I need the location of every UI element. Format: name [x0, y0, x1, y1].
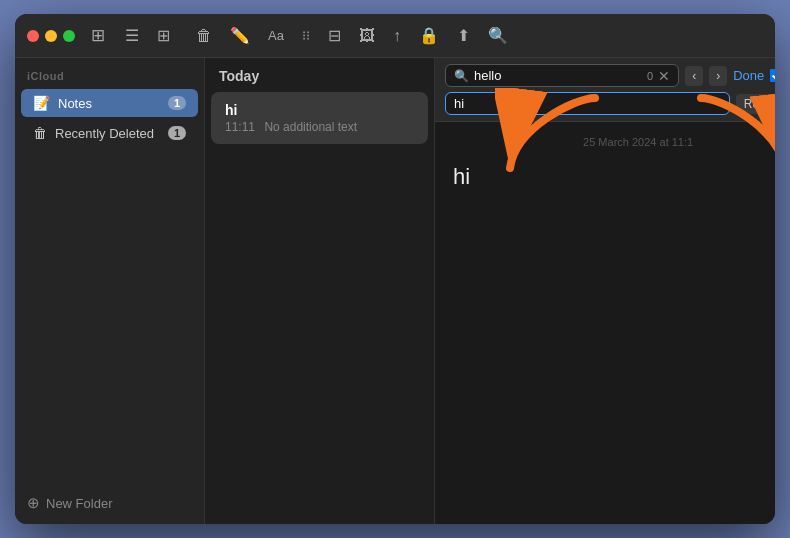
- editor-date: 25 March 2024 at 11:1: [453, 136, 775, 148]
- lock-icon[interactable]: 🔒: [419, 26, 439, 45]
- format-icon[interactable]: ⁝⁝: [302, 28, 310, 43]
- editor-text[interactable]: hi: [453, 164, 775, 190]
- note-list: Today hi 11:11 No additional text: [205, 58, 435, 524]
- sidebar-item-notes[interactable]: 📝 Notes 1: [21, 89, 198, 117]
- notes-label: Notes: [58, 96, 168, 111]
- note-preview: No additional text: [264, 120, 357, 134]
- recently-deleted-label: Recently Deleted: [55, 126, 168, 141]
- traffic-lights: [27, 30, 75, 42]
- note-item[interactable]: hi 11:11 No additional text: [211, 92, 428, 144]
- share-icon[interactable]: ↑: [393, 27, 401, 45]
- note-title: hi: [225, 102, 414, 118]
- attachment-icon[interactable]: 🖼: [359, 27, 375, 45]
- find-count: 0: [647, 70, 653, 82]
- editor-content[interactable]: 25 March 2024 at 11:1 hi: [435, 122, 775, 524]
- table-icon[interactable]: ⊟: [328, 26, 341, 45]
- search-icon[interactable]: 🔍: [488, 26, 508, 45]
- replace-input[interactable]: [454, 96, 721, 111]
- find-input[interactable]: [474, 68, 642, 83]
- app-window: ⊞ ☰ ⊞ 🗑 ✏️ Aa ⁝⁝ ⊟ 🖼 ↑ 🔒 ⬆ 🔍 iCloud 📝 No…: [15, 14, 775, 524]
- replace-row: Replace All: [445, 92, 775, 115]
- find-row: 🔍 0 ✕ ‹ › Done Replace: [445, 64, 775, 87]
- find-search-icon: 🔍: [454, 69, 469, 83]
- maximize-button[interactable]: [63, 30, 75, 42]
- titlebar: ⊞ ☰ ⊞ 🗑 ✏️ Aa ⁝⁝ ⊟ 🖼 ↑ 🔒 ⬆ 🔍: [15, 14, 775, 58]
- note-list-header: Today: [205, 58, 434, 90]
- font-icon[interactable]: Aa: [268, 28, 284, 43]
- sidebar: iCloud 📝 Notes 1 🗑 Recently Deleted 1 ⊕ …: [15, 58, 205, 524]
- find-prev-button[interactable]: ‹: [685, 66, 703, 86]
- new-folder-icon: ⊕: [27, 494, 40, 512]
- sidebar-header: iCloud: [15, 58, 204, 88]
- find-done-button[interactable]: Done: [733, 68, 764, 83]
- recently-deleted-badge: 1: [168, 126, 186, 140]
- find-replace-toolbar: 🔍 0 ✕ ‹ › Done Replace: [435, 58, 775, 122]
- replace-checkbox-wrap: Replace: [770, 69, 775, 83]
- find-input-wrap: 🔍 0 ✕: [445, 64, 679, 87]
- list-view-icon[interactable]: ☰: [125, 26, 139, 45]
- new-folder-button[interactable]: ⊕ New Folder: [15, 482, 204, 524]
- note-meta: 11:11 No additional text: [225, 120, 414, 134]
- main-content: iCloud 📝 Notes 1 🗑 Recently Deleted 1 ⊕ …: [15, 58, 775, 524]
- trash-sidebar-icon: 🗑: [33, 125, 47, 141]
- new-folder-label: New Folder: [46, 496, 112, 511]
- grid-view-icon[interactable]: ⊞: [157, 26, 170, 45]
- close-button[interactable]: [27, 30, 39, 42]
- minimize-button[interactable]: [45, 30, 57, 42]
- note-editor: 🔍 0 ✕ ‹ › Done Replace: [435, 58, 775, 524]
- toolbar: ☰ ⊞ 🗑 ✏️ Aa ⁝⁝ ⊟ 🖼 ↑ 🔒 ⬆ 🔍: [125, 26, 508, 45]
- trash-icon[interactable]: 🗑: [196, 27, 212, 45]
- replace-checkbox[interactable]: [770, 69, 775, 82]
- find-next-button[interactable]: ›: [709, 66, 727, 86]
- sidebar-toggle-icon[interactable]: ⊞: [91, 25, 105, 46]
- replace-button[interactable]: Replace: [736, 94, 775, 114]
- notes-badge: 1: [168, 96, 186, 110]
- replace-input-wrap: [445, 92, 730, 115]
- export-icon[interactable]: ⬆: [457, 26, 470, 45]
- find-clear-button[interactable]: ✕: [658, 69, 670, 83]
- sidebar-item-recently-deleted[interactable]: 🗑 Recently Deleted 1: [21, 119, 198, 147]
- compose-icon[interactable]: ✏️: [230, 26, 250, 45]
- notes-icon: 📝: [33, 95, 50, 111]
- note-time: 11:11: [225, 120, 255, 134]
